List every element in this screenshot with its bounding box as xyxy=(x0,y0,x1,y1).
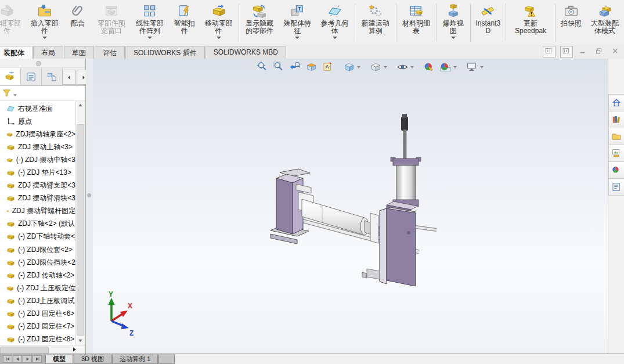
dropdown-caret-icon[interactable] xyxy=(217,37,221,39)
headsup-zoom-to-area-button[interactable] xyxy=(272,60,286,74)
go-last-button[interactable] xyxy=(33,355,42,363)
scroll-down-icon[interactable] xyxy=(76,336,85,345)
dropdown-caret-icon[interactable] xyxy=(42,37,47,39)
headsup-edit-appearance-button[interactable] xyxy=(422,60,437,74)
tree-item[interactable]: (-) ZDJ限位套<2> xyxy=(0,243,75,256)
headsup-zoom-to-fit-button[interactable] xyxy=(255,60,270,74)
dropdown-caret-icon[interactable] xyxy=(480,66,484,69)
headsup-previous-view-button[interactable] xyxy=(288,60,302,74)
taskpane-home-button[interactable] xyxy=(608,94,624,111)
filter-funnel-icon[interactable] xyxy=(2,88,12,98)
tree-item[interactable]: (-) ZDJ 固定柱<7> xyxy=(0,320,75,333)
ribbon-button-show-hidden[interactable]: 显示隐藏的零部件 xyxy=(240,0,279,45)
filter-caret-icon[interactable] xyxy=(13,94,17,96)
dropdown-caret-icon[interactable] xyxy=(384,66,387,69)
tree-item[interactable]: (-) ZDJ限位挡块<2 xyxy=(0,256,75,269)
tree-item[interactable]: ZDJ下轴<2> (默认 xyxy=(0,218,75,230)
command-tab[interactable]: 草图 xyxy=(64,46,94,59)
ribbon-button-label: 配合 xyxy=(71,20,85,27)
panel-tab-featuremanager-tree[interactable] xyxy=(0,68,21,85)
tree-item[interactable]: (-) ZDJ 固定柱<6> xyxy=(0,308,75,320)
ribbon-buttons: 编辑零部件插入零部件配合零部件预览窗口线性零部件阵列智能扣件移动零部件显示隐藏的… xyxy=(0,0,624,45)
command-tab[interactable]: SOLIDWORKS 插件 xyxy=(125,46,205,59)
tree-item[interactable]: ZDJ摆动轴承座<2> xyxy=(0,128,75,140)
dropdown-caret-icon[interactable] xyxy=(295,37,300,39)
headsup-apply-scene-button[interactable] xyxy=(438,60,458,74)
ribbon-button-reference-geometry[interactable]: 参考几何体 xyxy=(316,0,353,45)
dropdown-caret-icon[interactable] xyxy=(333,37,337,39)
taskpane-view-palette-button[interactable] xyxy=(608,145,624,162)
headsup-hide-show-items-button[interactable] xyxy=(395,60,415,74)
panel-tab-configurationmanager[interactable] xyxy=(42,68,63,85)
tree-item[interactable]: (-) ZDJ上压板调试 xyxy=(0,294,75,307)
ribbon-button-large-assembly[interactable]: 大型装配体模式 xyxy=(586,0,624,45)
taskpane-design-library-button[interactable] xyxy=(608,111,624,128)
tree-item[interactable]: (-) ZDJ 上压板定位 xyxy=(0,282,75,294)
taskpane-file-explorer-button[interactable] xyxy=(608,128,624,145)
scroll-up-icon[interactable] xyxy=(76,101,85,110)
bottom-tab[interactable]: 3D 视图 xyxy=(74,355,111,364)
ribbon-button-snapshot[interactable]: 拍快照 xyxy=(557,0,586,45)
command-tab[interactable]: 装配体 xyxy=(0,46,33,59)
ribbon-button-exploded-view[interactable]: 爆炸视图 xyxy=(438,0,469,45)
panel-tab-propertymanager[interactable] xyxy=(21,68,42,85)
pane-previous-button[interactable] xyxy=(543,46,556,57)
graphics-viewport[interactable]: YXZ A xyxy=(93,59,608,354)
tree-item[interactable]: ZDJ 摆动上轴<3> xyxy=(0,140,75,153)
pane-next-button[interactable] xyxy=(560,46,573,57)
headsup-annotation-visibility-button[interactable]: A xyxy=(320,60,335,74)
ribbon-button-assembly-feature[interactable]: T装配体特征 xyxy=(279,0,316,45)
go-next-button[interactable] xyxy=(23,355,32,363)
bottom-tab[interactable]: 运动算例 1 xyxy=(112,355,158,364)
scroll-right-icon[interactable] xyxy=(71,347,77,352)
tree-item[interactable]: (-) ZDJ 固定柱<8> xyxy=(0,333,75,345)
assembly-3d-model[interactable]: YXZ xyxy=(93,59,608,354)
ribbon-button-mate[interactable]: 配合 xyxy=(63,0,92,45)
panel-grip-handle[interactable] xyxy=(0,59,85,68)
tree-item[interactable]: ZDJ 摆动臂支架<3 xyxy=(0,179,75,192)
tree-item[interactable]: (-) ZD下轴转动套< xyxy=(0,230,75,243)
dropdown-caret-icon[interactable] xyxy=(147,37,152,39)
tree-item[interactable]: (-) ZDJ 摆动中轴<3 xyxy=(0,153,75,166)
ribbon-button-bom[interactable]: 材料明细表 xyxy=(398,0,435,45)
tree-item[interactable]: 右视基准面 xyxy=(0,102,75,115)
scrollbar-thumb[interactable] xyxy=(77,124,84,336)
tree-item[interactable]: (-) ZDJ 传动轴<2> xyxy=(0,269,75,282)
restore-button[interactable] xyxy=(594,46,605,57)
command-tab[interactable]: 布局 xyxy=(33,46,63,59)
ribbon-button-linear-pattern[interactable]: 线性零部件阵列 xyxy=(131,0,169,45)
assembly-feature-icon: T xyxy=(290,3,305,19)
tree-horizontal-scrollbar[interactable] xyxy=(0,345,85,354)
command-tab[interactable]: SOLIDWORKS MBD xyxy=(205,46,286,59)
ribbon-button-instant3d[interactable]: Instant3D xyxy=(472,0,505,45)
go-previous-button[interactable] xyxy=(13,355,22,363)
tree-item[interactable]: ZDJ 摆动臂滑块<3 xyxy=(0,192,75,205)
headsup-section-view-button[interactable] xyxy=(304,60,319,74)
taskpane-custom-properties-button[interactable] xyxy=(608,178,624,196)
close-button[interactable] xyxy=(610,46,622,57)
taskpane-appearances-scenes-button[interactable] xyxy=(608,161,624,179)
tree-item[interactable]: 原点 xyxy=(0,115,75,128)
ribbon-button-smart-fastener[interactable]: 智能扣件 xyxy=(169,0,200,45)
dropdown-caret-icon[interactable] xyxy=(357,66,360,69)
tree-vertical-scrollbar[interactable] xyxy=(75,101,85,345)
headsup-view-orientation-button[interactable] xyxy=(342,60,362,74)
tab-scroll-left-button[interactable] xyxy=(63,70,76,85)
minimize-button[interactable] xyxy=(578,46,589,57)
dropdown-caret-icon[interactable] xyxy=(410,66,414,69)
ribbon-button-insert-component[interactable]: 插入零部件 xyxy=(26,0,63,45)
headsup-display-style-button[interactable] xyxy=(369,60,388,74)
view-palette-icon xyxy=(611,148,622,158)
ribbon-button-speedpak[interactable]: 更新 Speedpak xyxy=(507,0,554,45)
tree-item[interactable]: (-) ZDJ 垫片<13> xyxy=(0,166,75,179)
command-tab[interactable]: 评估 xyxy=(95,46,125,59)
headsup-view-settings-button[interactable] xyxy=(465,60,485,74)
dropdown-caret-icon[interactable] xyxy=(451,37,456,39)
ribbon-button-move-component[interactable]: 移动零部件 xyxy=(200,0,237,45)
tree-item-label: (-) ZDJ 上压板定位 xyxy=(17,283,75,293)
bottom-tab[interactable]: 模型 xyxy=(45,355,73,364)
ribbon-button-motion-study[interactable]: 新建运动算例 xyxy=(356,0,395,45)
tree-item[interactable]: ZDJ 摆动臂螺杆固定 xyxy=(0,205,75,218)
go-first-button[interactable] xyxy=(3,355,12,363)
dropdown-caret-icon[interactable] xyxy=(453,66,457,69)
